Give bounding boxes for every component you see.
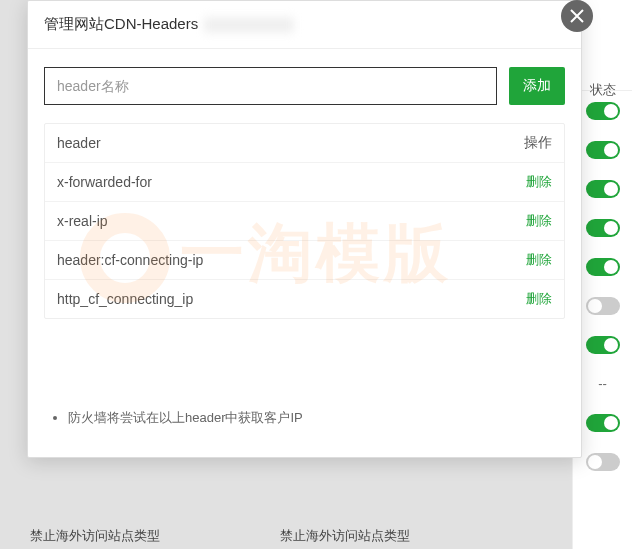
- toggle-switch[interactable]: [586, 258, 620, 276]
- table-header-row: header 操作: [45, 124, 564, 163]
- table-row: http_cf_connecting_ip 删除: [45, 280, 564, 318]
- table-row: x-forwarded-for 删除: [45, 163, 564, 202]
- add-button[interactable]: 添加: [509, 67, 565, 105]
- close-icon: [570, 9, 584, 23]
- input-row: 添加: [44, 67, 565, 105]
- modal-title-blurred: [204, 17, 294, 33]
- toggle-switch[interactable]: [586, 102, 620, 120]
- delete-link[interactable]: 删除: [526, 213, 552, 228]
- delete-link[interactable]: 删除: [526, 174, 552, 189]
- col-header-op: 操作: [512, 134, 552, 152]
- header-name-input[interactable]: [44, 67, 497, 105]
- headers-table: header 操作 x-forwarded-for 删除 x-real-ip 删…: [44, 123, 565, 319]
- bottom-label-left: 禁止海外访问站点类型: [30, 527, 160, 545]
- cdn-headers-modal: 管理网站CDN-Headers 添加 header 操作 x-forwarded…: [27, 0, 582, 458]
- header-name-cell: http_cf_connecting_ip: [57, 291, 512, 307]
- note-list: 防火墙将尝试在以上header中获取客户IP: [44, 409, 565, 427]
- header-name-cell: x-real-ip: [57, 213, 512, 229]
- delete-link[interactable]: 删除: [526, 291, 552, 306]
- header-name-cell: x-forwarded-for: [57, 174, 512, 190]
- close-button[interactable]: [561, 0, 593, 32]
- col-header-name: header: [57, 135, 512, 151]
- toggle-switch[interactable]: [586, 414, 620, 432]
- modal-title: 管理网站CDN-Headers: [28, 1, 581, 49]
- table-row: x-real-ip 删除: [45, 202, 564, 241]
- toggle-switch[interactable]: [586, 141, 620, 159]
- bottom-labels: 禁止海外访问站点类型 禁止海外访问站点类型: [30, 523, 552, 549]
- note-item: 防火墙将尝试在以上header中获取客户IP: [68, 409, 565, 427]
- table-row: header:cf-connecting-ip 删除: [45, 241, 564, 280]
- status-dash: --: [598, 376, 607, 391]
- bottom-label-right: 禁止海外访问站点类型: [280, 527, 410, 545]
- toggle-switch[interactable]: [586, 180, 620, 198]
- toggle-switch[interactable]: [586, 297, 620, 315]
- modal-title-text: 管理网站CDN-Headers: [44, 15, 198, 34]
- toggle-switch[interactable]: [586, 453, 620, 471]
- toggle-switch[interactable]: [586, 336, 620, 354]
- header-name-cell: header:cf-connecting-ip: [57, 252, 512, 268]
- modal-body: 添加 header 操作 x-forwarded-for 删除 x-real-i…: [28, 49, 581, 457]
- delete-link[interactable]: 删除: [526, 252, 552, 267]
- toggle-switch[interactable]: [586, 219, 620, 237]
